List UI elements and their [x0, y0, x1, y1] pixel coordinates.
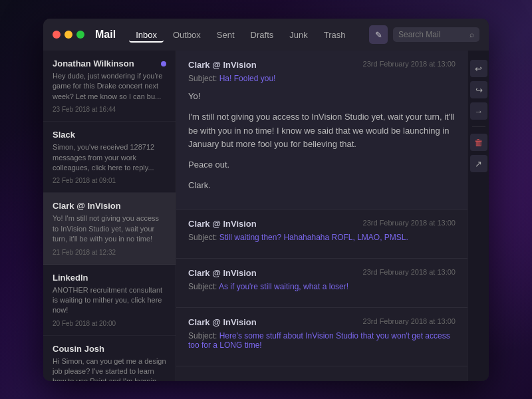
thread-subject-text: As if you're still waiting, what a loser… [219, 282, 348, 291]
tab-inbox[interactable]: Inbox [129, 27, 164, 43]
tab-sent[interactable]: Sent [210, 27, 241, 43]
nav-tabs: Inbox Outbox Sent Drafts Junk Trash [129, 27, 369, 43]
forward-button[interactable]: → [470, 102, 487, 120]
thread-subject-text: Ha! Fooled you! [219, 74, 276, 83]
tab-junk[interactable]: Junk [283, 27, 314, 43]
maximize-button[interactable] [76, 31, 84, 39]
search-icon: ⌕ [469, 30, 474, 39]
title-bar: Mail Inbox Outbox Sent Drafts Junk Trash… [43, 19, 489, 51]
search-bar[interactable]: ⌕ [393, 27, 479, 42]
body-line: Peace out. [188, 158, 456, 172]
email-sender: LinkedIn [53, 273, 88, 283]
email-item[interactable]: LinkedIn ANOTHER recruitment consultant … [43, 265, 176, 336]
thread-header: Clark @ InVision 23rd February 2018 at 1… [188, 268, 456, 278]
email-sender: Cousin Josh [53, 344, 104, 354]
body-line: Clark. [188, 179, 456, 193]
email-item-header: LinkedIn [53, 273, 166, 283]
reply-all-button[interactable]: ↩ [470, 81, 487, 98]
thread-item[interactable]: Clark @ InVision 23rd February 2018 at 1… [176, 51, 467, 209]
email-date: 22 Feb 2018 at 09:01 [53, 177, 166, 184]
email-date: 23 Feb 2018 at 16:44 [53, 106, 166, 113]
thread-sender: Clark @ InVision [188, 268, 257, 278]
thread-subject: Subject: As if you're still waiting, wha… [188, 282, 456, 291]
action-sidebar: ↩ ↩ → 🗑 ↗ [467, 51, 489, 381]
close-button[interactable] [53, 31, 61, 39]
tab-outbox[interactable]: Outbox [166, 27, 207, 43]
thread-header: Clark @ InVision 23rd February 2018 at 1… [188, 219, 456, 229]
thread-date: 23rd February 2018 at 13:00 [363, 317, 456, 325]
email-sender: Clark @ InVision [53, 201, 121, 211]
email-sender: Jonathan Wilkinson [53, 59, 134, 68]
tab-trash[interactable]: Trash [317, 27, 352, 43]
email-preview: Hi Simon, can you get me a design job pl… [53, 356, 166, 381]
search-input[interactable] [398, 30, 466, 39]
email-item[interactable]: Clark @ InVision Yo! I'm still not givin… [43, 193, 176, 264]
thread-subject-text: Here's some stuff about InVision Studio … [188, 331, 450, 350]
email-item-header: Cousin Josh [53, 344, 166, 354]
minimize-button[interactable] [65, 31, 72, 39]
email-sender: Slack [53, 130, 75, 140]
thread-item[interactable]: Clark @ InVision 23rd February 2018 at 1… [176, 259, 467, 308]
app-title: Mail [95, 29, 116, 41]
email-item[interactable]: Jonathan Wilkinson Hey dude, just wonder… [43, 51, 176, 122]
toolbar-right: ✎ ⌕ [369, 25, 479, 44]
thread-header: Clark @ InVision 23rd February 2018 at 1… [188, 60, 456, 70]
thread-date: 23rd February 2018 at 13:00 [363, 268, 456, 276]
email-preview: ANOTHER recruitment consultant is waitin… [53, 285, 166, 316]
email-item-header: Slack [53, 130, 166, 140]
thread-header: Clark @ InVision 23rd February 2018 at 1… [188, 317, 456, 327]
main-layout: Jonathan Wilkinson Hey dude, just wonder… [43, 51, 489, 381]
thread-sender: Clark @ InVision [188, 219, 257, 229]
thread-subject: Subject: Ha! Fooled you! [188, 74, 456, 83]
thread-date: 23rd February 2018 at 13:00 [363, 219, 456, 227]
thread-subject: Subject: Still waiting then? Hahahahaha … [188, 233, 456, 242]
email-item[interactable]: Cousin Josh Hi Simon, can you get me a d… [43, 336, 176, 381]
unread-indicator [161, 61, 166, 66]
email-item-header: Clark @ InVision [53, 201, 166, 211]
email-preview: Hey dude, just wondering if you're game … [53, 71, 166, 102]
delete-button[interactable]: 🗑 [470, 134, 487, 151]
move-button[interactable]: ↗ [470, 155, 487, 172]
divider [472, 126, 485, 127]
thread-body: Yo! I'm still not giving you access to I… [188, 90, 456, 193]
traffic-lights [53, 31, 84, 39]
email-item[interactable]: Slack Simon, you've received 128712 mess… [43, 122, 176, 193]
email-preview: Yo! I'm still not giving you access to I… [53, 213, 166, 244]
thread-item[interactable]: Clark @ InVision 23rd February 2018 at 1… [176, 308, 467, 366]
email-preview: Simon, you've received 128712 messages f… [53, 142, 166, 173]
thread-sender: Clark @ InVision [188, 317, 257, 327]
thread-subject-text: Still waiting then? Hahahahaha ROFL, LMA… [219, 233, 408, 242]
email-list: Jonathan Wilkinson Hey dude, just wonder… [43, 51, 176, 381]
email-date: 21 Feb 2018 at 12:32 [53, 249, 166, 256]
thread-item[interactable]: Clark @ InVision 23rd February 2018 at 1… [176, 209, 467, 259]
compose-button[interactable]: ✎ [369, 25, 388, 44]
reply-button[interactable]: ↩ [470, 60, 487, 77]
app-window: Mail Inbox Outbox Sent Drafts Junk Trash… [43, 19, 489, 381]
email-content: Clark @ InVision 23rd February 2018 at 1… [176, 51, 467, 381]
thread-date: 23rd February 2018 at 13:00 [363, 60, 456, 68]
tab-drafts[interactable]: Drafts [244, 27, 281, 43]
body-line: Yo! [188, 90, 456, 104]
body-line: I'm still not giving you access to InVis… [188, 110, 456, 152]
email-item-header: Jonathan Wilkinson [53, 59, 166, 68]
thread-sender: Clark @ InVision [188, 60, 257, 70]
thread-subject: Subject: Here's some stuff about InVisio… [188, 331, 456, 350]
email-date: 20 Feb 2018 at 20:00 [53, 320, 166, 327]
